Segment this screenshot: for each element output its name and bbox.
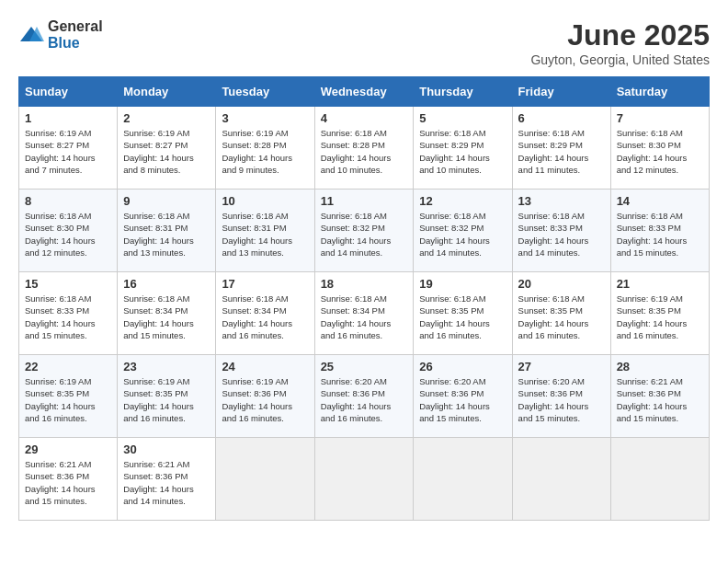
calendar-cell <box>414 438 512 521</box>
calendar-cell: 14 Sunrise: 6:18 AMSunset: 8:33 PMDaylig… <box>610 190 709 272</box>
day-info: Sunrise: 6:18 AMSunset: 8:34 PMDaylight:… <box>222 293 292 340</box>
calendar-cell: 15 Sunrise: 6:18 AMSunset: 8:33 PMDaylig… <box>19 272 118 355</box>
day-number: 4 <box>321 111 408 125</box>
title-section: June 2025 Guyton, Georgia, United States <box>530 18 710 67</box>
day-info: Sunrise: 6:18 AMSunset: 8:32 PMDaylight:… <box>419 211 490 258</box>
day-info: Sunrise: 6:18 AMSunset: 8:30 PMDaylight:… <box>617 128 688 175</box>
day-number: 13 <box>518 194 605 208</box>
day-number: 20 <box>518 277 605 291</box>
day-info: Sunrise: 6:18 AMSunset: 8:29 PMDaylight:… <box>518 128 589 175</box>
day-number: 27 <box>518 360 605 373</box>
logo-general: General <box>48 18 103 34</box>
calendar-cell: 2 Sunrise: 6:19 AMSunset: 8:27 PMDayligh… <box>118 107 216 190</box>
calendar-cell: 8 Sunrise: 6:18 AMSunset: 8:30 PMDayligh… <box>19 190 118 272</box>
calendar-cell: 26 Sunrise: 6:20 AMSunset: 8:36 PMDaylig… <box>414 355 512 438</box>
calendar-cell: 24 Sunrise: 6:19 AMSunset: 8:36 PMDaylig… <box>216 355 314 438</box>
day-info: Sunrise: 6:19 AMSunset: 8:35 PMDaylight:… <box>617 293 688 340</box>
calendar-week-row: 15 Sunrise: 6:18 AMSunset: 8:33 PMDaylig… <box>19 272 710 355</box>
weekday-header-tuesday: Tuesday <box>216 77 314 107</box>
calendar-cell: 30 Sunrise: 6:21 AMSunset: 8:36 PMDaylig… <box>118 438 216 521</box>
calendar-cell: 13 Sunrise: 6:18 AMSunset: 8:33 PMDaylig… <box>512 190 610 272</box>
day-number: 16 <box>123 277 210 291</box>
day-number: 12 <box>419 194 506 208</box>
calendar-table: SundayMondayTuesdayWednesdayThursdayFrid… <box>18 76 710 521</box>
calendar-cell: 16 Sunrise: 6:18 AMSunset: 8:34 PMDaylig… <box>118 272 216 355</box>
calendar-week-row: 22 Sunrise: 6:19 AMSunset: 8:35 PMDaylig… <box>19 355 710 438</box>
day-number: 11 <box>321 194 408 208</box>
day-info: Sunrise: 6:18 AMSunset: 8:34 PMDaylight:… <box>123 293 194 340</box>
weekday-header-row: SundayMondayTuesdayWednesdayThursdayFrid… <box>19 77 710 107</box>
day-number: 30 <box>123 442 210 456</box>
calendar-cell: 27 Sunrise: 6:20 AMSunset: 8:36 PMDaylig… <box>512 355 610 438</box>
calendar-cell: 20 Sunrise: 6:18 AMSunset: 8:35 PMDaylig… <box>512 272 610 355</box>
weekday-header-friday: Friday <box>512 77 610 107</box>
day-number: 24 <box>222 360 308 373</box>
day-number: 19 <box>419 277 506 291</box>
day-info: Sunrise: 6:21 AMSunset: 8:36 PMDaylight:… <box>25 459 96 506</box>
day-info: Sunrise: 6:18 AMSunset: 8:33 PMDaylight:… <box>617 211 688 258</box>
day-info: Sunrise: 6:18 AMSunset: 8:30 PMDaylight:… <box>25 211 96 258</box>
calendar-cell: 5 Sunrise: 6:18 AMSunset: 8:29 PMDayligh… <box>414 107 512 190</box>
calendar-cell: 23 Sunrise: 6:19 AMSunset: 8:35 PMDaylig… <box>118 355 216 438</box>
calendar-cell: 28 Sunrise: 6:21 AMSunset: 8:36 PMDaylig… <box>610 355 709 438</box>
day-number: 8 <box>25 194 111 208</box>
day-info: Sunrise: 6:18 AMSunset: 8:35 PMDaylight:… <box>518 293 589 340</box>
day-info: Sunrise: 6:18 AMSunset: 8:32 PMDaylight:… <box>321 211 392 258</box>
day-info: Sunrise: 6:20 AMSunset: 8:36 PMDaylight:… <box>518 376 589 423</box>
day-info: Sunrise: 6:19 AMSunset: 8:27 PMDaylight:… <box>25 128 96 175</box>
calendar-week-row: 1 Sunrise: 6:19 AMSunset: 8:27 PMDayligh… <box>19 107 710 190</box>
calendar-cell: 21 Sunrise: 6:19 AMSunset: 8:35 PMDaylig… <box>610 272 709 355</box>
day-info: Sunrise: 6:19 AMSunset: 8:28 PMDaylight:… <box>222 128 292 175</box>
day-number: 7 <box>617 111 703 125</box>
day-number: 14 <box>617 194 703 208</box>
day-info: Sunrise: 6:18 AMSunset: 8:31 PMDaylight:… <box>222 211 292 258</box>
calendar-cell: 25 Sunrise: 6:20 AMSunset: 8:36 PMDaylig… <box>314 355 414 438</box>
day-info: Sunrise: 6:20 AMSunset: 8:36 PMDaylight:… <box>419 376 490 423</box>
month-title: June 2025 <box>530 18 710 52</box>
logo: General Blue <box>18 18 103 52</box>
calendar-week-row: 29 Sunrise: 6:21 AMSunset: 8:36 PMDaylig… <box>19 438 710 521</box>
calendar-cell <box>512 438 610 521</box>
day-number: 28 <box>617 360 703 373</box>
day-info: Sunrise: 6:19 AMSunset: 8:27 PMDaylight:… <box>123 128 194 175</box>
day-number: 10 <box>222 194 308 208</box>
calendar-cell: 10 Sunrise: 6:18 AMSunset: 8:31 PMDaylig… <box>216 190 314 272</box>
day-info: Sunrise: 6:18 AMSunset: 8:29 PMDaylight:… <box>419 128 490 175</box>
day-info: Sunrise: 6:20 AMSunset: 8:36 PMDaylight:… <box>321 376 392 423</box>
logo-blue: Blue <box>48 35 80 51</box>
calendar-cell: 11 Sunrise: 6:18 AMSunset: 8:32 PMDaylig… <box>314 190 414 272</box>
day-number: 18 <box>321 277 408 291</box>
location-title: Guyton, Georgia, United States <box>530 52 710 67</box>
calendar-cell <box>610 438 709 521</box>
calendar-cell: 12 Sunrise: 6:18 AMSunset: 8:32 PMDaylig… <box>414 190 512 272</box>
day-info: Sunrise: 6:18 AMSunset: 8:28 PMDaylight:… <box>321 128 392 175</box>
calendar-cell: 6 Sunrise: 6:18 AMSunset: 8:29 PMDayligh… <box>512 107 610 190</box>
calendar-cell: 1 Sunrise: 6:19 AMSunset: 8:27 PMDayligh… <box>19 107 118 190</box>
day-number: 3 <box>222 111 308 125</box>
calendar-cell: 4 Sunrise: 6:18 AMSunset: 8:28 PMDayligh… <box>314 107 414 190</box>
day-number: 29 <box>25 442 111 456</box>
day-number: 26 <box>419 360 506 373</box>
day-number: 2 <box>123 111 210 125</box>
weekday-header-monday: Monday <box>118 77 216 107</box>
calendar-cell: 29 Sunrise: 6:21 AMSunset: 8:36 PMDaylig… <box>19 438 118 521</box>
calendar-cell: 22 Sunrise: 6:19 AMSunset: 8:35 PMDaylig… <box>19 355 118 438</box>
calendar-cell <box>216 438 314 521</box>
day-number: 1 <box>25 111 111 125</box>
day-number: 17 <box>222 277 308 291</box>
day-info: Sunrise: 6:18 AMSunset: 8:33 PMDaylight:… <box>518 211 589 258</box>
day-info: Sunrise: 6:18 AMSunset: 8:33 PMDaylight:… <box>25 293 96 340</box>
day-number: 15 <box>25 277 111 291</box>
day-number: 23 <box>123 360 210 373</box>
day-number: 5 <box>419 111 506 125</box>
weekday-header-wednesday: Wednesday <box>314 77 414 107</box>
day-number: 21 <box>617 277 703 291</box>
logo-icon <box>18 25 44 45</box>
calendar-cell: 19 Sunrise: 6:18 AMSunset: 8:35 PMDaylig… <box>414 272 512 355</box>
day-number: 9 <box>123 194 210 208</box>
calendar-cell: 17 Sunrise: 6:18 AMSunset: 8:34 PMDaylig… <box>216 272 314 355</box>
day-info: Sunrise: 6:19 AMSunset: 8:35 PMDaylight:… <box>123 376 194 423</box>
calendar-cell <box>314 438 414 521</box>
day-number: 22 <box>25 360 111 373</box>
calendar-cell: 7 Sunrise: 6:18 AMSunset: 8:30 PMDayligh… <box>610 107 709 190</box>
